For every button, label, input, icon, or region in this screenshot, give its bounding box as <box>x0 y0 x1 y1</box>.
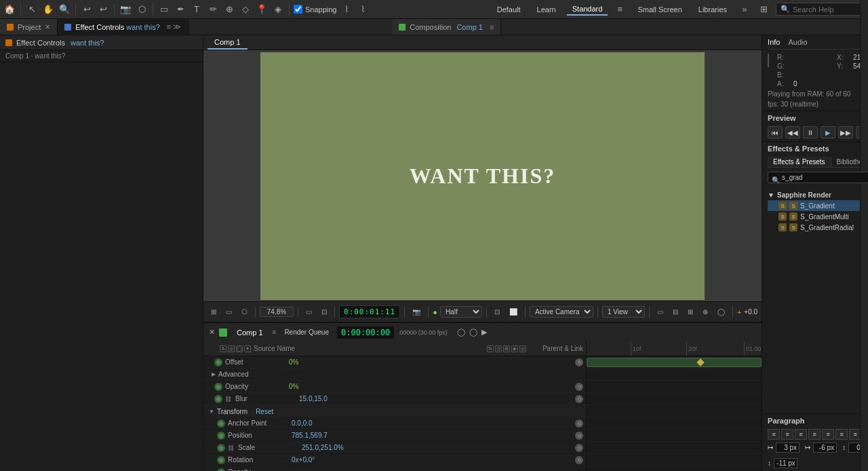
viewer-3d-btn[interactable]: ⎔ <box>238 306 251 318</box>
tl-nav-btn2[interactable]: ◯ <box>468 326 479 338</box>
snap-icon[interactable]: ⌇ <box>340 3 353 16</box>
zoom-tool[interactable]: 🔍 <box>58 3 71 16</box>
effects-tab1[interactable]: Effects & Presets <box>768 157 831 167</box>
timeline-comp-tab[interactable]: Comp 1 <box>230 328 270 337</box>
indent2-input[interactable] <box>813 442 837 453</box>
more-workspaces-icon[interactable]: » <box>738 3 751 16</box>
comp-menu-icon[interactable]: ≡ <box>490 23 494 31</box>
shape-tool[interactable]: ▭ <box>157 3 171 16</box>
close-timeline-btn[interactable]: ✕ <box>208 326 216 338</box>
prop-ap-val[interactable]: 0.0,0.0 <box>292 419 313 427</box>
text-tool[interactable]: T <box>190 3 203 16</box>
transform-section-header[interactable]: ▼ Transform Reset <box>203 405 586 417</box>
viewer-pixel-btn[interactable]: ⊡ <box>318 306 330 318</box>
snapping-checkbox[interactable] <box>294 5 302 14</box>
comp-viewer-tab[interactable]: Comp 1 <box>208 35 248 50</box>
composition-main-tab[interactable]: Composition Comp 1 ≡ <box>392 19 501 35</box>
viewer-region-btn[interactable]: ⊟ <box>669 306 682 318</box>
effect-item-gradientmulti[interactable]: S S S_GradientMulti <box>768 211 868 222</box>
brush-tool[interactable]: ✏ <box>206 3 220 16</box>
render-queue-tab[interactable]: Render Queue <box>284 328 329 336</box>
prop-blur-val[interactable]: 15.0,15.0 <box>299 395 328 402</box>
preview-play-btn[interactable]: ▶ <box>821 126 835 138</box>
scale-kf[interactable]: ◇ <box>575 444 583 452</box>
selection-tool[interactable]: ↖ <box>25 3 39 16</box>
prop-offset-val[interactable]: 0% <box>289 358 298 366</box>
layout-icon[interactable]: ⊞ <box>757 3 770 16</box>
keyframe-icon3[interactable]: ◇ <box>575 395 583 403</box>
home-icon[interactable]: 🏠 <box>3 3 16 16</box>
audio-tab[interactable]: Audio <box>788 38 807 46</box>
effect-controls-icons[interactable]: ≡ ≫ <box>167 22 181 31</box>
effect-controls-tab[interactable]: Effect Controls want this? ≡ ≫ <box>58 19 189 35</box>
align-justify3-btn[interactable]: ≡ <box>835 429 848 440</box>
viewer-safe-btn[interactable]: ▭ <box>302 306 315 318</box>
info-tab[interactable]: Info <box>768 38 780 46</box>
hand-tool[interactable]: ✋ <box>41 3 55 16</box>
fx-icon1[interactable]: fx <box>487 345 494 352</box>
viewer-render-btn[interactable]: ◯ <box>714 306 728 318</box>
space2-input[interactable] <box>774 458 797 468</box>
redo-tool[interactable]: ↩ <box>96 3 110 16</box>
view-select[interactable]: 1 View 2 Views 4 Views <box>602 306 645 318</box>
project-tab[interactable]: Project ✕ <box>0 19 58 35</box>
align-right-btn[interactable]: ≡ <box>795 429 807 440</box>
effects-search-input[interactable] <box>768 172 868 183</box>
puppet-tool[interactable]: ⬡ <box>135 3 149 16</box>
transform-reset[interactable]: Reset <box>256 408 273 415</box>
advanced-expand[interactable]: ▶ <box>212 371 216 377</box>
align-justify2-btn[interactable]: ≡ <box>822 429 834 440</box>
viewer-comp-btn[interactable]: ▭ <box>654 306 667 318</box>
ap-kf[interactable]: ◇ <box>575 419 583 428</box>
fx-icon3[interactable]: ⊞ <box>503 345 510 352</box>
viewer-alpha-btn[interactable]: ⬜ <box>506 306 521 318</box>
zoom-display[interactable]: 74.8% <box>260 307 294 317</box>
fx-icon2[interactable]: ◷ <box>495 345 502 352</box>
switch-icon3[interactable]: ◯ <box>236 345 243 352</box>
camera-tool[interactable]: 📷 <box>119 3 132 16</box>
viewer-trans-btn[interactable]: ⊞ <box>684 306 696 318</box>
effects-category[interactable]: ▼ Sapphire Render <box>768 190 868 200</box>
viewer-frame-btn[interactable]: ⊡ <box>491 306 503 318</box>
workspace-libraries[interactable]: Libraries <box>693 4 732 15</box>
puppet-pin[interactable]: 📍 <box>255 3 269 16</box>
fx-icon4[interactable]: ◈ <box>511 345 518 352</box>
viewer-3d2-btn[interactable]: ⊕ <box>699 306 711 318</box>
shape-tool2[interactable]: ◈ <box>271 3 285 16</box>
viewer-overlay-btn[interactable]: ▭ <box>222 306 235 318</box>
effect-item-gradient[interactable]: S S S_Gradient <box>768 200 868 211</box>
pen-tool[interactable]: ✒ <box>174 3 187 16</box>
timeline-time[interactable]: 0:00:00:00 <box>337 326 394 339</box>
tl-nav-btn3[interactable]: ▶ <box>480 326 488 338</box>
effect-item-gradientradial[interactable]: S S S_GradientRadial <box>768 222 868 233</box>
search-box[interactable]: 🔍 <box>776 3 865 16</box>
time-display[interactable]: 0:00:01:11 <box>339 305 400 318</box>
keyframe-icon2[interactable]: ◇ <box>575 383 583 391</box>
fx-icon5[interactable]: ◎ <box>519 345 526 352</box>
preview-ff-btn[interactable]: ▶▶ <box>838 126 853 138</box>
preview-rewind-btn[interactable]: ◀◀ <box>785 126 800 138</box>
workspace-standard[interactable]: Standard <box>567 3 608 16</box>
timeline-menu-icon[interactable]: ≡ <box>273 328 277 336</box>
project-close[interactable]: ✕ <box>45 23 50 31</box>
transform-expand[interactable]: ▼ <box>209 409 214 415</box>
viewer-grid-btn[interactable]: ⊞ <box>208 306 220 318</box>
layer-row-advanced[interactable]: ▶ Advanced <box>203 369 586 381</box>
quality-select[interactable]: Half Full Quarter <box>440 306 482 318</box>
keyframe-icon[interactable]: ◇ <box>575 358 583 366</box>
undo-tool[interactable]: ↩ <box>80 3 94 16</box>
workspace-smallscreen[interactable]: Small Screen <box>632 4 687 15</box>
preview-step-back-btn[interactable]: ⏸ <box>803 126 818 138</box>
prop-pos-val[interactable]: 785.1,569.7 <box>292 432 328 439</box>
indent1-input[interactable] <box>776 442 800 453</box>
workspace-menu-icon[interactable]: ≡ <box>613 3 627 16</box>
switch-icon2[interactable]: ◎ <box>228 345 235 352</box>
offset-display[interactable]: +0.0 <box>744 308 757 316</box>
switch-icon4[interactable]: ✦ <box>244 345 251 352</box>
prop-opacity-val[interactable]: 0% <box>289 383 298 390</box>
align-justify-btn[interactable]: ≡ <box>808 429 821 440</box>
prop-scale-val[interactable]: 251.0,251.0% <box>302 444 344 451</box>
search-input[interactable] <box>793 5 861 14</box>
align-left-btn[interactable]: ≡ <box>768 429 780 440</box>
snap-icon2[interactable]: ⌇ <box>356 3 370 16</box>
